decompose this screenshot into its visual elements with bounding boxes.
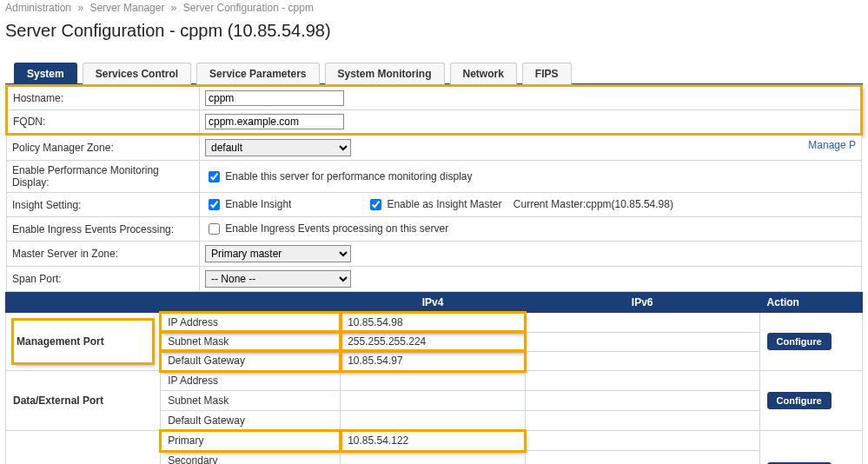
mgmt-ip-label: IP Address (161, 313, 341, 333)
page-title: Server Configuration - cppm (10.85.54.98… (5, 21, 863, 41)
tab-network[interactable]: Network (450, 63, 517, 84)
perf-enable-checkbox[interactable] (209, 171, 220, 182)
mgmt-mask-label: Subnet Mask (161, 332, 341, 351)
tab-service-parameters[interactable]: Service Parameters (196, 63, 319, 84)
system-form: Hostname: FQDN: Policy Manager Zone: def… (5, 84, 863, 292)
breadcrumb-admin[interactable]: Administration (5, 2, 71, 14)
zone-label: Policy Manager Zone: (7, 135, 200, 161)
tab-services-control[interactable]: Services Control (83, 63, 191, 84)
mgmt-configure-button[interactable]: Configure (767, 333, 832, 350)
dns-settings-label: DNS Settings (6, 431, 161, 465)
manage-zones-link[interactable]: Manage P (808, 139, 856, 151)
zone-select[interactable]: default (205, 139, 351, 156)
perf-enable-text: Enable this server for performance monit… (225, 169, 472, 182)
tab-fips[interactable]: FIPS (522, 63, 572, 84)
span-select[interactable]: -- None -- (205, 270, 351, 288)
breadcrumb: Administration » Server Manager » Server… (5, 0, 863, 17)
data-port-label: Data/External Port (6, 371, 161, 431)
dns-primary-label: Primary (161, 431, 341, 451)
data-mask-label: Subnet Mask (161, 391, 341, 411)
management-port-label: Management Port (6, 313, 161, 371)
mgmt-ip-value: 10.85.54.98 (341, 313, 526, 333)
hostname-input[interactable] (205, 90, 344, 106)
master-select[interactable]: Primary master (205, 245, 351, 262)
mgmt-mask-value: 255.255.255.224 (341, 332, 526, 351)
hostname-label: Hostname: (7, 86, 200, 110)
perf-label: Enable Performance Monitoring Display: (7, 161, 200, 193)
chevron-icon: » (171, 2, 177, 14)
insight-current-master: Current Master:cppm(10.85.54.98) (514, 198, 673, 210)
action-header: Action (759, 293, 862, 313)
span-label: Span Port: (7, 267, 200, 292)
data-gw-label: Default Gateway (161, 411, 341, 431)
insight-master-text: Enable as Insight Master (387, 198, 501, 210)
dns-primary-value: 10.85.54.122 (341, 431, 526, 451)
breadcrumb-server-manager[interactable]: Server Manager (89, 2, 164, 14)
fqdn-label: FQDN: (7, 110, 200, 135)
insight-label: Insight Setting: (7, 193, 200, 217)
fqdn-input[interactable] (205, 114, 344, 129)
mgmt-gw-value: 10.85.54.97 (341, 351, 526, 371)
data-ip-label: IP Address (161, 371, 341, 391)
tab-system[interactable]: System (14, 63, 77, 84)
insight-enable-text: Enable Insight (225, 198, 291, 210)
ingress-enable-checkbox[interactable] (209, 223, 220, 235)
tab-bar: System Services Control Service Paramete… (5, 62, 863, 84)
ingress-label: Enable Ingress Events Processing: (7, 217, 200, 242)
data-configure-button[interactable]: Configure (767, 392, 832, 409)
insight-enable-checkbox[interactable] (209, 199, 220, 210)
ingress-enable-text: Enable Ingress Events processing on this… (225, 222, 448, 235)
insight-master-checkbox[interactable] (370, 199, 381, 210)
ipv6-header: IPv6 (525, 293, 759, 313)
master-label: Master Server in Zone: (7, 242, 200, 267)
port-table: IPv4 IPv6 Action Management Port IP Addr… (5, 292, 863, 464)
tab-system-monitoring[interactable]: System Monitoring (325, 63, 445, 84)
breadcrumb-server-config: Server Configuration - cppm (183, 2, 314, 14)
mgmt-gw-label: Default Gateway (161, 351, 341, 371)
chevron-icon: » (77, 2, 83, 14)
dns-secondary-label: Secondary (161, 451, 341, 465)
ipv4-header: IPv4 (341, 293, 526, 313)
